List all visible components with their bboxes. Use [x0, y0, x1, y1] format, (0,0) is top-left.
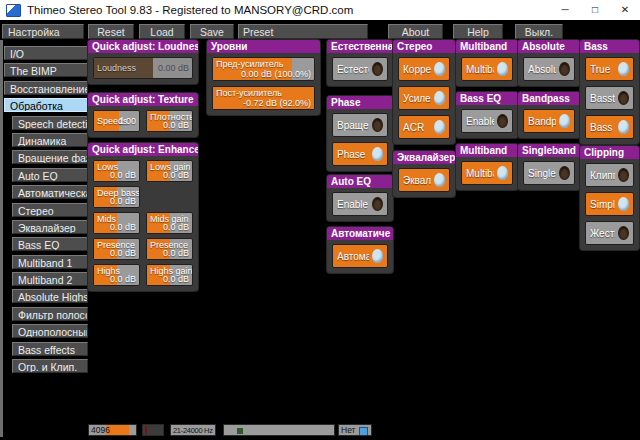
toggle-клиппе[interactable]: Клиппе — [585, 163, 634, 187]
preset-field[interactable]: Preset — [238, 24, 368, 39]
toggle-коррек[interactable]: Коррек — [398, 57, 450, 81]
sidebar-header-nastroyka[interactable]: Настройка — [2, 24, 84, 39]
toggle-label: Multiban — [466, 168, 494, 179]
panel-clipping: ClippingКлиппеSimpleЖестко — [580, 146, 639, 250]
fft-size-slider[interactable]: 4096 — [88, 424, 137, 436]
toggle-label: Автома — [337, 251, 369, 262]
off-button[interactable]: Выкл. — [515, 24, 563, 39]
sidebar-item-multiband-1[interactable]: Multiband 1 — [12, 255, 88, 269]
panel-естественна: ЕстественнаЕстесте — [327, 40, 393, 86]
save-button[interactable]: Save — [190, 24, 234, 39]
toggle-enable[interactable]: Enable — [332, 192, 388, 216]
toggle-естесте[interactable]: Естесте — [332, 57, 388, 81]
sidebar-item-фильтр-полосовой[interactable]: Фильтр полосовой — [12, 307, 88, 321]
sidebar-item-bass-eq[interactable]: Bass EQ — [12, 237, 88, 251]
slider-speeds[interactable]: Speeds1.00 — [93, 110, 140, 132]
sidebar-item-однополосный[interactable]: Однополосный — [12, 324, 88, 338]
toggle-absolute[interactable]: Absolute — [523, 57, 575, 81]
slider-value: 0.0 dB — [163, 274, 189, 284]
reset-button[interactable]: Reset — [88, 24, 134, 39]
sidebar: I/OThe BIMPВосстановлениеОбработкаSpeech… — [4, 46, 88, 376]
slider-highs[interactable]: Highs0.0 dB — [93, 264, 140, 286]
toggle-bass[interactable]: Bass — [585, 115, 634, 139]
slider-плотность[interactable]: Плотность0.0 dB — [146, 110, 193, 132]
sidebar-item-огр-и-клип[interactable]: Огр. и Клип. — [12, 359, 88, 373]
panel-body: КлиппеSimpleЖестко — [580, 159, 639, 250]
sidebar-item-the-bimp[interactable]: The BIMP — [4, 63, 88, 77]
sidebar-item-bass-effects[interactable]: Bass effects — [12, 342, 88, 356]
toggle-label: Bandpas — [528, 116, 556, 127]
about-button[interactable]: About — [388, 24, 443, 39]
slider-пост-усилитель[interactable]: Пост-усилитель-0.72 dB (92.0%) — [212, 86, 315, 110]
sidebar-item-стерео[interactable]: Стерео — [12, 203, 88, 217]
panel-уровни: УровниПред-усилитель0.00 dB (100.0%)Пост… — [207, 40, 320, 115]
sidebar-scrollbar[interactable] — [0, 40, 3, 437]
toggle-true[interactable]: True — [585, 57, 634, 81]
toggle-knob — [434, 91, 445, 105]
mono-toggle[interactable]: Нет — [338, 424, 372, 436]
toggle-label: Эквала — [403, 175, 431, 186]
panel-multiband: MultibandMultiban — [456, 144, 518, 190]
toggle-acr[interactable]: ACR — [398, 115, 450, 139]
maximize-button[interactable]: □ — [580, 0, 610, 20]
slider-mids-gain[interactable]: Mids gain0.0 dB — [146, 212, 193, 234]
frequency-range-button[interactable]: 21-24000 Hz — [170, 424, 216, 436]
latency-slider[interactable] — [142, 424, 164, 436]
slider-пред-усилитель[interactable]: Пред-усилитель0.00 dB (100.0%) — [212, 57, 315, 81]
panel-body: Enable — [456, 105, 518, 138]
toggle-singleba[interactable]: Singleba — [523, 161, 575, 185]
slider-deep-bass[interactable]: Deep bass0.0 dB — [93, 186, 140, 208]
toggle-multiban[interactable]: Multiban — [461, 57, 513, 81]
toggle-вращен[interactable]: Вращен — [332, 113, 388, 137]
panel-quick-adjust-texture: Quick adjust: TextureSpeeds1.00Плотность… — [88, 93, 198, 137]
panel-body: ВращенPhase — [327, 109, 393, 171]
sidebar-item-динамика[interactable]: Динамика — [12, 133, 88, 147]
help-button[interactable]: Help — [453, 24, 503, 39]
spacer — [146, 186, 193, 208]
toggle-усилен[interactable]: Усилен — [398, 86, 450, 110]
sidebar-item-вращение-фазы[interactable]: Вращение фазы — [12, 150, 88, 164]
toggle-label: Absolute — [528, 64, 556, 75]
sidebar-item-эквалайзер[interactable]: Эквалайзер — [12, 220, 88, 234]
sidebar-item-автоматическая[interactable]: Автоматическая — [12, 185, 88, 199]
slider-value: 0.0 dB — [110, 274, 136, 284]
toggle-enable[interactable]: Enable — [461, 109, 513, 133]
toggle-knob — [372, 249, 383, 263]
red-tick-icon — [145, 426, 147, 434]
sidebar-item-обработка[interactable]: Обработка — [4, 98, 88, 112]
toggle-эквала[interactable]: Эквала — [398, 168, 450, 192]
toggle-bandpas[interactable]: Bandpas — [523, 109, 575, 133]
sidebar-item-i-o[interactable]: I/O — [4, 46, 88, 60]
load-button[interactable]: Load — [139, 24, 185, 39]
toggle-phase[interactable]: Phase — [332, 142, 388, 166]
toggle-жестко[interactable]: Жестко — [585, 221, 634, 245]
toggle-knob — [434, 120, 445, 134]
toggle-label: Enable — [466, 116, 494, 127]
sidebar-item-multiband-2[interactable]: Multiband 2 — [12, 272, 88, 286]
frequency-range-label: 21-24000 Hz — [173, 425, 213, 436]
slider-mids[interactable]: Mids0.0 dB — [93, 212, 140, 234]
slider-presence[interactable]: Presence0.0 dB — [146, 238, 193, 260]
panel-body: Bandpas — [518, 105, 580, 138]
panel-автоматиче: АвтоматичеАвтома — [327, 227, 393, 273]
slider-lows[interactable]: Lows0.0 dB — [93, 160, 140, 182]
slider-highs-gain[interactable]: Highs gain0.0 dB — [146, 264, 193, 286]
toggle-автома[interactable]: Автома — [332, 244, 388, 268]
sidebar-item-absolute-highs[interactable]: Absolute Highs — [12, 289, 88, 303]
toggle-simple[interactable]: Simple — [585, 192, 634, 216]
toggle-multiban[interactable]: Multiban — [461, 161, 513, 185]
slider-loudness[interactable]: Loudness0.00 dB — [93, 57, 193, 79]
slider-presence[interactable]: Presence0.0 dB — [93, 238, 140, 260]
panel-title: Bandpass — [518, 92, 580, 105]
minimize-button[interactable]: ─ — [550, 0, 580, 20]
sidebar-item-speech-detection[interactable]: Speech detection — [12, 116, 88, 130]
sidebar-item-auto-eq[interactable]: Auto EQ — [12, 168, 88, 182]
toggle-knob — [559, 62, 570, 76]
toggle-basstar[interactable]: Basstar — [585, 86, 634, 110]
sidebar-item-восстановление[interactable]: Восстановление — [4, 81, 88, 95]
toggle-label: Клиппе — [590, 170, 615, 181]
toggle-knob — [434, 173, 445, 187]
slider-lows-gain[interactable]: Lows gain0.0 dB — [146, 160, 193, 182]
close-button[interactable]: ✕ — [610, 0, 640, 20]
panel-body: Эквала — [393, 164, 455, 197]
